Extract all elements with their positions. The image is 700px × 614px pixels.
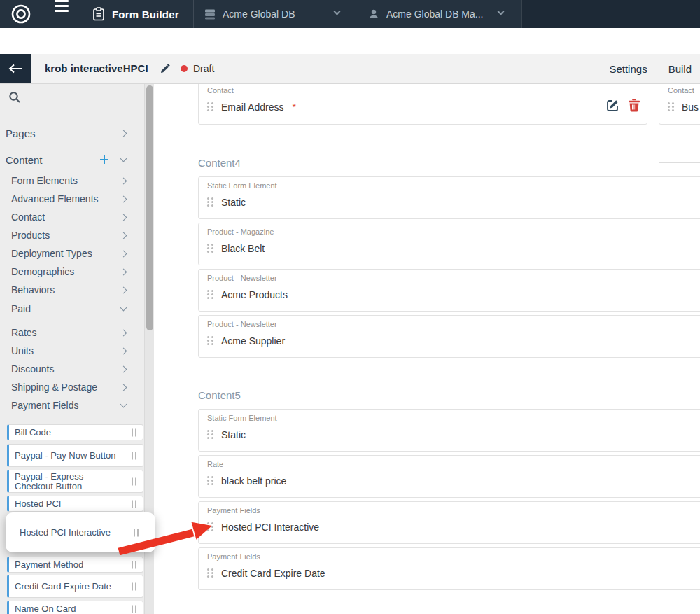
sidebar-item-label: Products [11, 230, 50, 241]
drag-handle-icon[interactable] [132, 561, 136, 568]
field-pill-label: Payment Method [15, 560, 121, 570]
sidebar-item-label: Shipping & Postage [11, 382, 97, 393]
sidebar-item-paid[interactable]: Paid [0, 300, 140, 317]
sidebar-item-payment-fields[interactable]: Payment Fields [0, 397, 140, 414]
section-bottom-divider [198, 603, 700, 603]
field-pill-credit-card-expire[interactable]: Credit Card Expire Date [7, 575, 144, 598]
form-element-static-2[interactable]: Static Form Element Static [198, 409, 700, 452]
sidebar-item-form-elements[interactable]: Form Elements [0, 172, 140, 189]
drag-dots-icon[interactable] [207, 197, 214, 207]
form-element-hosted-pci-interactive[interactable]: Payment Fields Hosted PCI Interactive [198, 501, 700, 544]
back-button[interactable] [0, 54, 31, 83]
sidebar-item-advanced-elements[interactable]: Advanced Elements [0, 190, 140, 207]
form-element-credit-card-expire-date[interactable]: Payment Fields Credit Card Expire Date [198, 547, 700, 590]
account-selector[interactable]: Acme Global DB Ma... [368, 0, 508, 28]
topbar-divider [522, 0, 522, 28]
field-pill-label: Paypal - Pay Now Button [15, 451, 121, 461]
drag-dots-icon[interactable] [207, 522, 214, 532]
delete-element-icon[interactable] [629, 99, 640, 114]
drag-handle-icon[interactable] [132, 428, 136, 436]
sidebar-item-contact[interactable]: Contact [0, 209, 140, 225]
drag-handle-icon[interactable] [132, 500, 136, 508]
sidebar-item-label: Pages [6, 127, 36, 139]
field-pill-paypal-pay-now[interactable]: Paypal - Pay Now Button [7, 444, 144, 467]
drag-dots-icon[interactable] [207, 430, 214, 440]
drag-dots-icon[interactable] [207, 102, 214, 112]
field-pill-label: Name On Card [15, 604, 121, 614]
field-pill-name-on-card[interactable]: Name On Card [7, 601, 144, 614]
field-pill-paypal-express[interactable]: Paypal - Express Checkout Button [7, 470, 144, 493]
database-selector[interactable]: Acme Global DB [204, 0, 346, 28]
sidebar-item-behaviors[interactable]: Behaviors [0, 281, 140, 298]
settings-link[interactable]: Settings [609, 63, 647, 75]
form-element-black-belt-price[interactable]: Rate black belt price [198, 455, 700, 498]
chevron-right-icon [120, 365, 127, 372]
element-name: Static [221, 429, 246, 440]
chevron-right-icon [120, 232, 127, 239]
drag-dots-icon[interactable] [207, 568, 214, 578]
chevron-down-icon [120, 304, 127, 311]
form-canvas: Contact Email Address * Contact Bus [154, 84, 700, 614]
database-icon [204, 8, 216, 20]
sidebar-item-label: Advanced Elements [11, 193, 99, 204]
sidebar-item-rates[interactable]: Rates [0, 324, 140, 341]
sidebar-item-products[interactable]: Products [0, 227, 140, 244]
sidebar-item-label: Deployment Types [11, 248, 92, 259]
drag-handle-icon[interactable] [132, 452, 136, 459]
form-element-static-1[interactable]: Static Form Element Static [198, 176, 700, 219]
user-icon [368, 8, 379, 20]
element-type-label: Product - Newsletter [207, 320, 277, 328]
form-element-acme-supplier[interactable]: Product - Newsletter Acme Supplier [198, 315, 700, 358]
field-pill-hosted-pci[interactable]: Hosted PCI [7, 496, 144, 512]
sidebar-item-label: Content [6, 154, 43, 166]
toolbar-actions: Settings Build [609, 54, 692, 83]
sidebar-item-units[interactable]: Units [0, 342, 140, 359]
search-icon[interactable] [8, 91, 21, 106]
chevron-down-icon [120, 400, 127, 407]
chevron-right-icon [120, 268, 127, 275]
form-element-email-address[interactable]: Contact Email Address * [198, 84, 648, 125]
menu-icon[interactable] [55, 0, 69, 28]
drag-dots-icon[interactable] [207, 290, 214, 300]
sidebar-item-discounts[interactable]: Discounts [0, 361, 140, 377]
drag-handle-icon[interactable] [132, 605, 136, 613]
drag-handle-icon[interactable] [132, 477, 136, 485]
sidebar-item-label: Payment Fields [11, 400, 78, 411]
edit-element-icon[interactable] [606, 99, 620, 114]
sidebar-item-label: Behaviors [11, 284, 55, 295]
sidebar-item-content[interactable]: Content [0, 151, 140, 168]
topbar-divider [83, 0, 83, 28]
logo-icon [10, 4, 31, 25]
field-pill-payment-method[interactable]: Payment Method [7, 557, 144, 573]
drag-dots-icon[interactable] [668, 102, 674, 112]
field-pill-label: Paypal - Express Checkout Button [15, 472, 121, 491]
drag-dots-icon[interactable] [207, 476, 214, 486]
build-link[interactable]: Build [668, 63, 692, 75]
drag-handle-icon[interactable] [132, 582, 136, 590]
required-marker: * [292, 102, 295, 113]
element-type-label: Static Form Element [207, 414, 277, 422]
drag-dots-icon[interactable] [207, 244, 214, 253]
field-pill-bill-code[interactable]: Bill Code [7, 424, 144, 440]
drag-dots-icon[interactable] [207, 336, 214, 346]
sidebar-item-shipping-postage[interactable]: Shipping & Postage [0, 379, 140, 396]
sidebar-item-demographics[interactable]: Demographics [0, 263, 140, 280]
sidebar-item-pages[interactable]: Pages [0, 125, 140, 141]
drag-handle-icon[interactable] [134, 529, 139, 536]
form-element-acme-products[interactable]: Product - Newsletter Acme Products [198, 269, 700, 312]
status-label: Draft [193, 63, 214, 74]
topbar-divider [193, 0, 194, 28]
element-name: Acme Supplier [221, 335, 285, 347]
add-content-icon[interactable] [99, 155, 109, 167]
dragging-field-pill[interactable]: Hosted PCI Interactive [6, 512, 155, 552]
app-title-label: Form Builder [112, 8, 179, 20]
element-name: Bus [682, 102, 699, 113]
sidebar-item-label: Contact [11, 211, 45, 223]
form-element-partial-right[interactable]: Contact Bus [659, 84, 700, 125]
scrollbar-thumb[interactable] [146, 85, 153, 330]
edit-title-icon[interactable] [160, 63, 171, 76]
sidebar-item-deployment-types[interactable]: Deployment Types [0, 245, 140, 262]
app-logo[interactable] [10, 0, 31, 28]
element-name: Credit Card Expire Date [221, 568, 326, 579]
form-element-black-belt[interactable]: Product - Magazine Black Belt [198, 223, 700, 265]
